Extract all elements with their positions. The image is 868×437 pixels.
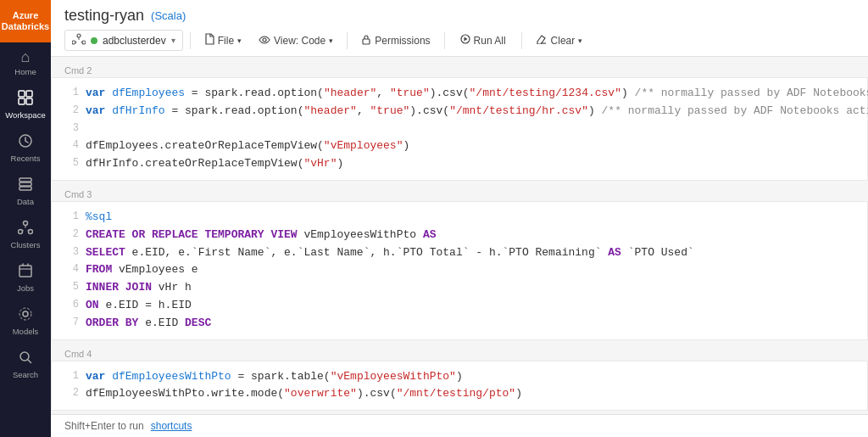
view-button[interactable]: View: Code ▾ (252, 31, 340, 50)
toolbar-separator-4 (521, 32, 522, 49)
sidebar-item-workspace[interactable]: Workspace (0, 83, 51, 126)
toolbar: adbclusterdev ▾ File ▾ (64, 30, 854, 56)
code-line: 6 ON e.EID = h.EID (86, 297, 857, 315)
cluster-chevron-icon: ▾ (171, 36, 175, 45)
code-line: 5 INNER JOIN vHr h (86, 279, 857, 297)
cell-cmd3[interactable]: 1 %sql 2 CREATE OR REPLACE TEMPORARY VIE… (51, 201, 868, 340)
sidebar-item-recents[interactable]: Recents (0, 126, 51, 170)
sidebar-item-jobs[interactable]: Jobs (0, 256, 51, 300)
file-button[interactable]: File ▾ (198, 30, 248, 51)
view-icon (259, 35, 270, 47)
notebook-title: testing-ryan (64, 7, 144, 25)
clear-chevron-icon: ▾ (578, 36, 582, 45)
data-icon (18, 176, 33, 194)
sidebar-item-models[interactable]: Models (0, 300, 51, 343)
cmd-4-label: Cmd 4 (51, 344, 868, 361)
run-all-button[interactable]: Run All (452, 31, 515, 50)
jobs-icon (18, 263, 33, 281)
cmd-2-label: Cmd 2 (51, 60, 868, 77)
keyboard-hint: Shift+Enter to run (64, 420, 144, 432)
toolbar-separator-2 (347, 32, 348, 49)
permissions-button[interactable]: Permissions (354, 31, 437, 51)
svg-rect-2 (19, 98, 25, 104)
svg-rect-5 (19, 178, 31, 182)
svg-point-16 (72, 41, 75, 44)
view-chevron-icon: ▾ (329, 36, 333, 45)
main-content: testing-ryan (Scala) adbclusterdev ▾ (51, 0, 868, 437)
code-line: 3 SELECT e.EID, e.`First Name`, e.`Last … (86, 244, 857, 262)
svg-rect-1 (26, 91, 32, 97)
notebook-body[interactable]: Cmd 2 1 var dfEmployees = spark.read.opt… (51, 57, 868, 414)
code-line: 1 var dfEmployeesWithPto = spark.table("… (86, 368, 857, 386)
run-icon (460, 34, 470, 47)
search-icon (18, 350, 33, 367)
eraser-icon (536, 34, 548, 47)
svg-rect-19 (363, 39, 370, 44)
azure-databricks-logo[interactable]: Azure Databricks (0, 0, 51, 42)
svg-rect-3 (26, 98, 32, 104)
notebook-header: testing-ryan (Scala) adbclusterdev ▾ (51, 0, 868, 57)
run-all-label: Run All (474, 35, 506, 47)
code-line: 3 (86, 120, 857, 138)
code-line: 5 dfHrInfo.createOrReplaceTempView("vHr"… (86, 155, 857, 173)
cell-cmd3-content[interactable]: 1 %sql 2 CREATE OR REPLACE TEMPORARY VIE… (52, 202, 867, 339)
svg-point-13 (19, 308, 31, 320)
file-label: File (218, 35, 234, 47)
svg-rect-11 (19, 266, 31, 277)
cell-cmd4[interactable]: 1 var dfEmployeesWithPto = spark.table("… (51, 361, 868, 412)
bottom-bar: Shift+Enter to run shortcuts (51, 414, 868, 437)
cluster-name: adbclusterdev (103, 35, 166, 47)
recents-icon (18, 133, 33, 151)
code-line: 2 CREATE OR REPLACE TEMPORARY VIEW vEmpl… (86, 227, 857, 244)
cell-cmd2-content[interactable]: 1 var dfEmployees = spark.read.option("h… (52, 78, 867, 180)
code-line: 2 dfEmployeesWithPto.write.mode("overwri… (86, 385, 857, 403)
sidebar-item-clusters[interactable]: Clusters (0, 213, 51, 256)
svg-point-18 (263, 38, 266, 42)
cluster-selector[interactable]: adbclusterdev ▾ (64, 30, 183, 51)
sidebar-item-home[interactable]: ⌂ Home (0, 42, 51, 83)
cell-cmd2[interactable]: 1 var dfEmployees = spark.read.option("h… (51, 77, 868, 181)
toolbar-separator-3 (444, 32, 445, 49)
code-line: 2 var dfHrInfo = spark.read.option("head… (86, 103, 857, 120)
cluster-status-dot (91, 37, 97, 44)
permissions-label: Permissions (375, 35, 430, 47)
code-line: 7 ORDER BY e.EID DESC (86, 315, 857, 333)
cluster-icon (72, 33, 86, 48)
svg-rect-0 (19, 91, 25, 97)
models-icon (18, 306, 33, 324)
workspace-icon (18, 90, 33, 108)
notebook-language: (Scala) (151, 9, 186, 22)
cell-cmd4-content[interactable]: 1 var dfEmployeesWithPto = spark.table("… (52, 361, 867, 411)
code-line: 4 dfEmployees.createOrReplaceTempView("v… (86, 137, 857, 155)
sidebar-item-data[interactable]: Data (0, 170, 51, 213)
cmd-3-label: Cmd 3 (51, 184, 868, 201)
svg-rect-7 (19, 187, 31, 190)
code-line: 4 FROM vEmployees e (86, 261, 857, 279)
file-chevron-icon: ▾ (237, 36, 242, 45)
lock-icon (361, 34, 371, 48)
view-label: View: Code (274, 35, 326, 47)
clear-label: Clear (551, 35, 576, 47)
clear-button[interactable]: Clear ▾ (529, 31, 590, 50)
code-line: 1 var dfEmployees = spark.read.option("h… (86, 85, 857, 103)
file-icon (204, 33, 214, 48)
svg-point-15 (77, 34, 81, 37)
sidebar: Azure Databricks ⌂ Home Workspace Recent… (0, 0, 51, 437)
home-icon: ⌂ (21, 49, 31, 64)
clusters-icon (18, 220, 33, 238)
code-line: 1 %sql (86, 209, 857, 227)
svg-rect-6 (19, 182, 31, 186)
toolbar-separator-1 (190, 32, 191, 49)
sidebar-item-search[interactable]: Search (0, 343, 51, 386)
svg-point-8 (24, 221, 28, 226)
svg-point-12 (23, 311, 28, 317)
shortcuts-link[interactable]: shortcuts (151, 420, 192, 432)
svg-point-17 (82, 41, 86, 44)
